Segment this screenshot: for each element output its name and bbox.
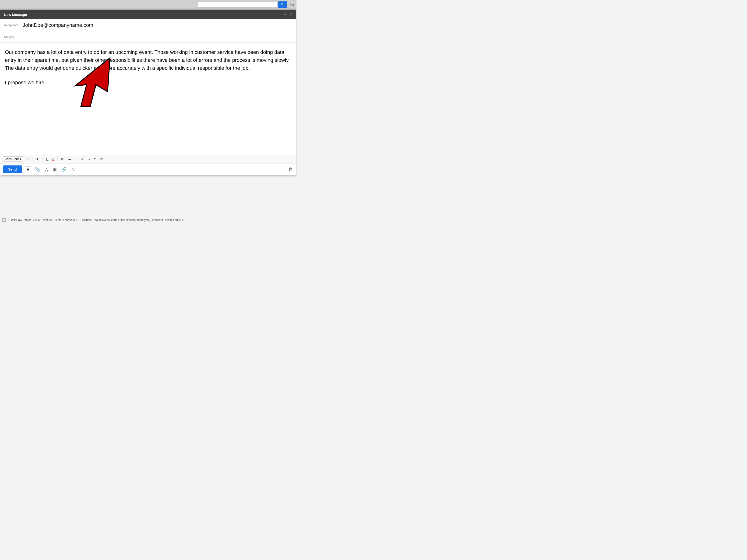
compose-title: New Message xyxy=(4,12,27,17)
font-name: Sans Serif xyxy=(5,157,19,161)
drive-icon[interactable]: △ xyxy=(44,166,49,173)
underline-icon: U xyxy=(46,157,48,161)
clear-format-button[interactable]: Tx xyxy=(98,156,104,162)
align-button[interactable]: ≡ ▾ xyxy=(59,156,66,162)
notif-item: ☆ WikiHow Photos Visual Team: tell us mo… xyxy=(2,218,183,222)
search-button[interactable]: 🔍 xyxy=(278,1,287,8)
indent-more-icon: ⇥ xyxy=(88,157,91,161)
indent-less-icon: ⇤ xyxy=(81,157,84,161)
link-icon[interactable]: 🔗 xyxy=(60,166,68,173)
ol-icon: ≔ xyxy=(68,157,71,161)
font-selector[interactable]: Sans Serif ▾ xyxy=(3,156,23,162)
indent-less-button[interactable]: ⇤ xyxy=(80,156,85,162)
align-arrow: ▾ xyxy=(63,158,65,160)
underline-a-icon: A xyxy=(27,167,29,171)
profile-text: ma xyxy=(290,3,294,6)
italic-button[interactable]: I xyxy=(40,156,44,162)
font-size-icon: T xyxy=(25,157,27,161)
action-bar: Send A 📎 △ ▦ 🔗 ☺ 🗑 xyxy=(0,163,296,175)
indent-more-button[interactable]: ⇥ xyxy=(86,156,92,162)
body-paragraph-2: I propose we hire xyxy=(5,79,291,86)
formatting-toolbar: Sans Serif ▾ T T B I U A ≡ ▾ ≔ ☰ xyxy=(0,155,296,163)
search-bar-area: 🔍 ma xyxy=(2,1,294,8)
browser-bar: 🔍 ma xyxy=(0,0,297,9)
ordered-list-button[interactable]: ≔ xyxy=(67,156,73,162)
recipients-label: Recipients xyxy=(4,23,23,27)
body-text-2: I propose we hire xyxy=(5,80,44,85)
font-color-button[interactable]: A xyxy=(51,156,56,162)
minimize-button[interactable]: − xyxy=(284,12,286,16)
underline-button[interactable]: U xyxy=(45,156,50,162)
bold-icon: B xyxy=(36,157,38,161)
recipients-row: Recipients JohnDoe@companyname.com xyxy=(0,19,296,31)
notification-bar: ☆ WikiHow Photos Visual Team: tell us mo… xyxy=(0,216,297,224)
emoji-icon[interactable]: ☺ xyxy=(70,166,76,173)
search-icon: 🔍 xyxy=(281,3,285,6)
expand-button[interactable]: ⤢ xyxy=(289,12,292,16)
attach-icon[interactable]: 📎 xyxy=(34,166,41,173)
subject-row: Subject xyxy=(0,31,296,43)
notif-checkbox[interactable] xyxy=(2,218,6,222)
body-text-1: Our company has a lot of data entry to d… xyxy=(5,49,290,71)
compose-header: New Message − ⤢ xyxy=(0,9,296,19)
toolbar-sep-1 xyxy=(32,157,32,161)
compose-window: New Message − ⤢ Recipients JohnDoe@compa… xyxy=(0,9,297,175)
italic-icon: I xyxy=(42,157,43,161)
bold-button[interactable]: B xyxy=(34,156,39,162)
notif-star-icon[interactable]: ☆ xyxy=(7,218,9,222)
clear-format-icon: Tx xyxy=(99,157,103,161)
unordered-list-button[interactable]: ☰ xyxy=(74,156,79,162)
align-icon: ≡ xyxy=(61,157,63,161)
ul-icon: ☰ xyxy=(75,157,78,161)
quote-button[interactable]: ❝ xyxy=(93,156,97,162)
body-paragraph-1: Our company has a lot of data entry to d… xyxy=(5,48,291,72)
trash-icon[interactable]: 🗑 xyxy=(287,166,293,173)
subject-label: Subject xyxy=(4,35,23,38)
font-color-icon: A xyxy=(52,157,54,161)
notif-sender: WikiHow Photos xyxy=(11,218,31,222)
quote-icon: ❝ xyxy=(94,157,96,161)
address-bar[interactable] xyxy=(198,2,277,8)
underline-a-button[interactable]: A xyxy=(25,166,31,172)
send-button[interactable]: Send xyxy=(3,165,22,173)
font-size-sub: T xyxy=(28,158,29,160)
toolbar-sep-2 xyxy=(57,157,58,161)
font-arrow-icon: ▾ xyxy=(20,157,21,161)
recipients-value[interactable]: JohnDoe@companyname.com xyxy=(23,22,292,28)
photo-icon[interactable]: ▦ xyxy=(52,166,58,173)
compose-body[interactable]: Our company has a lot of data entry to d… xyxy=(0,43,296,155)
font-size-button[interactable]: T T xyxy=(24,156,30,162)
compose-controls: − ⤢ xyxy=(284,12,292,16)
notif-preview: Visual Team: tell us more about you :) -… xyxy=(33,218,183,222)
